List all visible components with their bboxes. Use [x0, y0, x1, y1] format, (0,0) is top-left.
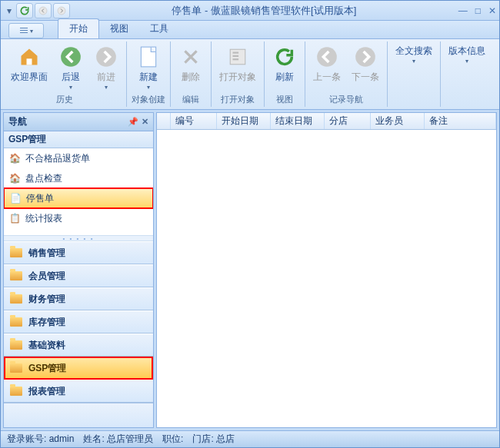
nav-panel: 导航 📌 ✕ GSP管理 🏠不合格品退货单 🏠盘点检查 📄停售单 📋统计报表 •… — [3, 112, 154, 428]
back-button[interactable]: 后退▾ — [55, 43, 86, 92]
svg-point-10 — [355, 47, 375, 67]
fullsearch-button[interactable]: 全文搜索▾ — [392, 43, 435, 66]
nav-bottom-bar — [4, 403, 153, 427]
open-object-button[interactable]: 打开对象 — [216, 43, 259, 85]
grid-header: 编号 开始日期 结束日期 分店 业务员 备注 — [157, 113, 496, 130]
col-id[interactable]: 编号 — [171, 113, 217, 129]
status-role: 职位: — [162, 433, 183, 446]
document-icon: 📄 — [9, 192, 22, 204]
folder-icon — [10, 340, 22, 350]
col-end[interactable]: 结束日期 — [271, 113, 325, 129]
nav-group-gsp[interactable]: GSP管理 — [4, 357, 153, 380]
tab-begin[interactable]: 开始 — [58, 18, 99, 38]
folder-icon — [10, 294, 22, 304]
svg-rect-7 — [233, 55, 239, 57]
prev-record-button[interactable]: 上一条 — [310, 43, 344, 85]
nav-groups-list: 销售管理 会员管理 财务管理 库存管理 基础资料 GSP管理 报表管理 — [4, 241, 153, 403]
qat-refresh-button[interactable] — [16, 3, 33, 18]
content-area: 编号 开始日期 结束日期 分店 业务员 备注 — [156, 112, 497, 428]
svg-point-9 — [317, 47, 337, 67]
col-branch[interactable]: 分店 — [325, 113, 371, 129]
nav-item-check[interactable]: 🏠盘点检查 — [4, 168, 153, 188]
ribbon-group-edit: 删除 编辑 — [171, 41, 212, 107]
nav-group-sales[interactable]: 销售管理 — [4, 241, 153, 264]
ribbon-group-history: 欢迎界面 后退▾ 前进▾ 历史 — [3, 41, 127, 107]
folder-icon — [10, 317, 22, 327]
folder-icon — [10, 363, 22, 373]
window-title: 停售单 - 傲蓝眼镜销售管理软件[试用版本] — [70, 4, 458, 18]
nav-item-stop[interactable]: 📄停售单 — [4, 188, 153, 208]
report-icon: 📋 — [8, 212, 21, 224]
grid-body[interactable] — [157, 130, 496, 427]
qat-dropdown-icon[interactable]: ▾ — [4, 5, 15, 16]
delete-button[interactable]: 删除 — [175, 43, 206, 85]
nav-group-header: GSP管理 — [4, 131, 153, 148]
nav-group-member[interactable]: 会员管理 — [4, 264, 153, 287]
new-button[interactable]: 新建▾ — [133, 43, 164, 92]
ribbon-group-fullsearch: 全文搜索▾ — [388, 41, 441, 107]
quick-access-toolbar: ▾ — [4, 3, 70, 18]
window-controls: — □ ✕ — [458, 5, 496, 16]
pin-icon[interactable]: 📌 — [128, 117, 138, 127]
nav-title: 导航 — [8, 115, 27, 128]
nav-header: 导航 📌 ✕ — [4, 113, 153, 131]
nav-close-icon[interactable]: ✕ — [142, 117, 148, 127]
ribbon: 欢迎界面 后退▾ 前进▾ 历史 新建▾ 对象创建 删除 编辑 打开对象 打开对象… — [1, 39, 499, 110]
ribbon-tab-row: ▾ 开始 视图 工具 — [1, 21, 499, 39]
nav-group-stock[interactable]: 库存管理 — [4, 310, 153, 334]
tab-view[interactable]: 视图 — [99, 19, 139, 38]
col-staff[interactable]: 业务员 — [371, 113, 425, 129]
folder-icon — [10, 271, 22, 280]
qat-next-button[interactable] — [53, 3, 70, 18]
app-menu-button[interactable]: ▾ — [8, 23, 44, 38]
nav-items-list: 🏠不合格品退货单 🏠盘点检查 📄停售单 📋统计报表 — [4, 148, 153, 235]
col-start[interactable]: 开始日期 — [217, 113, 271, 129]
col-remark[interactable]: 备注 — [425, 113, 496, 129]
next-record-button[interactable]: 下一条 — [348, 43, 382, 85]
status-bar: 登录账号: admin 姓名: 总店管理员 职位: 门店: 总店 — [1, 430, 499, 447]
svg-rect-8 — [233, 58, 239, 60]
nav-group-finance[interactable]: 财务管理 — [4, 287, 153, 310]
svg-rect-6 — [233, 52, 239, 54]
nav-group-base[interactable]: 基础资料 — [4, 334, 153, 357]
tab-tools[interactable]: 工具 — [139, 19, 179, 38]
ribbon-group-record-nav: 上一条 下一条 记录导航 — [305, 41, 388, 107]
welcome-button[interactable]: 欢迎界面 — [8, 43, 51, 85]
svg-point-0 — [39, 7, 47, 15]
status-name: 姓名: 总店管理员 — [83, 433, 153, 446]
svg-point-3 — [96, 47, 116, 67]
svg-point-1 — [58, 7, 65, 15]
nav-item-report[interactable]: 📋统计报表 — [4, 208, 153, 228]
forward-button[interactable]: 前进▾ — [91, 43, 122, 92]
nav-splitter[interactable]: • • • • • — [4, 235, 153, 241]
col-selector[interactable] — [157, 113, 171, 129]
ribbon-group-view: 刷新 视图 — [265, 41, 305, 107]
svg-point-2 — [61, 47, 81, 67]
version-button[interactable]: 版本信息▾ — [445, 43, 488, 66]
folder-icon — [10, 248, 22, 257]
nav-group-reportmgr[interactable]: 报表管理 — [4, 380, 153, 403]
status-store: 门店: 总店 — [192, 433, 235, 446]
home-icon: 🏠 — [8, 152, 21, 164]
close-button[interactable]: ✕ — [488, 5, 496, 16]
status-account: 登录账号: admin — [7, 433, 74, 446]
maximize-button[interactable]: □ — [475, 5, 481, 16]
refresh-button[interactable]: 刷新 — [269, 43, 300, 85]
minimize-button[interactable]: — — [458, 5, 468, 16]
home-icon: 🏠 — [8, 172, 21, 184]
ribbon-group-open: 打开对象 打开对象 — [212, 41, 265, 107]
body-area: 导航 📌 ✕ GSP管理 🏠不合格品退货单 🏠盘点检查 📄停售单 📋统计报表 •… — [1, 110, 499, 430]
ribbon-group-create: 新建▾ 对象创建 — [127, 41, 171, 107]
qat-prev-button[interactable] — [35, 3, 52, 18]
nav-item-return[interactable]: 🏠不合格品退货单 — [4, 148, 153, 168]
ribbon-group-version: 版本信息▾ — [441, 41, 493, 107]
folder-icon — [10, 387, 22, 396]
